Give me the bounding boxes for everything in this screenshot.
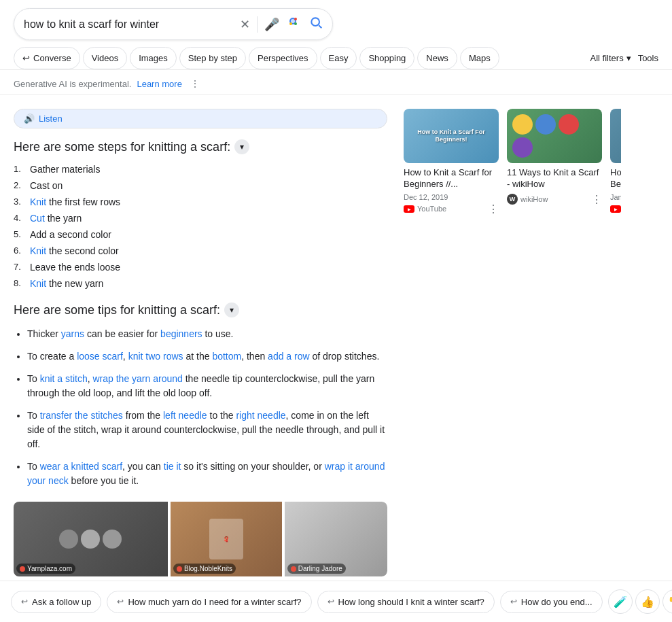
tip-item-3: To knit a stitch, wrap the yarn around t… — [27, 372, 387, 400]
step-link-8[interactable]: Knit — [30, 278, 46, 289]
video-more-2[interactable]: ⋮ — [591, 193, 602, 206]
tip-link-leftneedle[interactable]: left needle — [163, 410, 207, 421]
tab-maps[interactable]: Maps — [460, 47, 499, 69]
tip-link-knit2[interactable]: knit two rows — [128, 351, 183, 362]
tip-link-wear[interactable]: wear a knitted scarf — [40, 461, 122, 472]
steps-collapse-button[interactable]: ▾ — [234, 139, 249, 154]
youtube-icon-1 — [404, 205, 414, 213]
tip-link-wrap[interactable]: wrap the yarn around — [93, 373, 183, 384]
video-card-1[interactable]: How to Knit a Scarf For Beginners! How t… — [404, 109, 499, 215]
steps-title: Here are some steps for knitting a scarf… — [14, 139, 387, 154]
video-card-3[interactable]: OW TO KNIT A SCARF How to Knit a Scarf f… — [610, 109, 621, 215]
tab-shopping-label: Shopping — [368, 53, 406, 63]
chevron-down-icon: ▾ — [626, 53, 631, 63]
speaker-icon: 🔊 — [24, 114, 35, 124]
wikihow-icon: W — [507, 194, 518, 205]
video-title-2: 11 Ways to Knit a Scarf - wikiHow — [507, 167, 602, 190]
tab-perspectives-label: Perspectives — [258, 53, 308, 63]
tip-link-loose[interactable]: loose scarf — [77, 351, 123, 362]
left-column: 🔊 Listen Here are some steps for knittin… — [14, 109, 387, 576]
step-item-3: 3. Knit the first few rows — [14, 196, 387, 207]
step-text-5: Add a second color — [30, 229, 111, 240]
step-item-2: 2. Cast on — [14, 180, 387, 191]
tab-stepbystep[interactable]: Step by step — [179, 47, 246, 69]
thumbs-down-button[interactable]: 👎 — [662, 589, 672, 590]
video-meta-3: Jan 4, 2022 — [610, 193, 621, 201]
tip-link-tie[interactable]: tie it — [164, 461, 181, 472]
bottom-image-nobleknits[interactable]: 🧣 Blog.NobleKnits — [171, 502, 282, 576]
tip-link-transfer[interactable]: transfer the stitches — [40, 410, 123, 421]
video-meta-1: Dec 12, 2019 — [404, 193, 499, 201]
learn-more-link[interactable]: Learn more — [137, 79, 181, 89]
tab-videos[interactable]: Videos — [83, 47, 128, 69]
search-box: ✕ 🎤 — [14, 8, 333, 40]
video-source-label-1: YouTube — [417, 205, 446, 213]
all-filters-button[interactable]: All filters ▾ — [590, 53, 631, 63]
step-text-8: Knit the new yarn — [30, 278, 103, 289]
tab-images-label: Images — [139, 53, 168, 63]
divider — [257, 16, 258, 33]
video-title-1: How to Knit a Scarf for Beginners //... — [404, 167, 499, 190]
clear-icon[interactable]: ✕ — [240, 17, 250, 32]
step-link-6[interactable]: Knit — [30, 245, 46, 256]
svg-point-3 — [289, 22, 292, 25]
step-text-3: Knit the first few rows — [30, 196, 120, 207]
tips-collapse-button[interactable]: ▾ — [224, 303, 239, 317]
listen-button[interactable]: 🔊 Listen — [14, 109, 387, 128]
tips-title-text: Here are some tips for knitting a scarf: — [14, 303, 220, 317]
tab-easy-label: Easy — [329, 53, 349, 63]
step-num-7: 7. — [14, 262, 27, 272]
google-lens-icon[interactable] — [286, 14, 302, 34]
mic-icon[interactable]: 🎤 — [264, 17, 279, 32]
steps-list: 1. Gather materials 2. Cast on 3. Knit t… — [14, 164, 387, 289]
bottom-images: Yarnplaza.com 🧣 Blog.NobleKnits Darling … — [14, 502, 387, 576]
step-text-7: Leave the ends loose — [30, 262, 120, 273]
tip-link-knitstitch[interactable]: knit a stitch — [40, 373, 88, 384]
tab-shopping[interactable]: Shopping — [359, 47, 414, 69]
search-input[interactable] — [24, 18, 240, 31]
yarn-ball-red — [559, 114, 579, 135]
tools-button[interactable]: Tools — [638, 53, 658, 63]
ai-label: Generative AI is experimental. — [14, 79, 131, 89]
video-source-3: YouTube ⋮ — [610, 203, 621, 215]
bottom-image-darling-label: Darling Jadore — [287, 564, 346, 574]
step-item-6: 6. Knit the second color — [14, 245, 387, 256]
right-column: How to Knit a Scarf For Beginners! How t… — [404, 109, 621, 576]
step-num-2: 2. — [14, 180, 27, 190]
ai-bar: Generative AI is experimental. Learn mor… — [0, 70, 672, 95]
tip-link-bottom[interactable]: bottom — [212, 351, 241, 362]
source-dot — [291, 566, 296, 572]
all-filters-label: All filters — [590, 53, 624, 63]
search-icons: ✕ 🎤 — [240, 14, 323, 34]
thumbs-up-button[interactable]: 👍 — [635, 589, 660, 590]
tip-link-yarns[interactable]: yarns — [61, 328, 84, 339]
tab-stepbystep-label: Step by step — [188, 53, 237, 63]
video-card-2[interactable]: 11 Ways to Knit a Scarf - wikiHow W wiki… — [507, 109, 602, 215]
tip-link-add[interactable]: add a row — [268, 351, 309, 362]
search-row: ✕ 🎤 — [14, 8, 658, 40]
more-options-icon[interactable]: ⋮ — [190, 78, 200, 89]
yarn-ball-yellow — [512, 114, 533, 135]
step-link-3[interactable]: Knit — [30, 196, 46, 207]
tip-link-beginners[interactable]: beginners — [160, 328, 202, 339]
tab-images[interactable]: Images — [130, 47, 177, 69]
tip-link-rightneedle[interactable]: right needle — [236, 410, 285, 421]
step-item-8: 8. Knit the new yarn — [14, 278, 387, 289]
listen-label: Listen — [39, 114, 63, 124]
bottom-image-nobleknits-label: Blog.NobleKnits — [173, 564, 236, 574]
step-text-2: Cast on — [30, 180, 63, 191]
step-link-4a[interactable]: Cut — [30, 213, 45, 224]
step-text-1: Gather materials — [30, 164, 100, 175]
step-num-5: 5. — [14, 229, 27, 239]
tab-news[interactable]: News — [417, 47, 457, 69]
flask-button[interactable]: 🧪 — [608, 589, 633, 590]
tab-converse-label: Converse — [33, 53, 71, 63]
tab-converse[interactable]: ↩ Converse — [14, 47, 80, 69]
bottom-image-yarnplaza[interactable]: Yarnplaza.com — [14, 502, 168, 576]
search-button[interactable] — [309, 16, 323, 33]
tab-easy[interactable]: Easy — [320, 47, 357, 69]
bottom-image-yarnplaza-label: Yarnplaza.com — [16, 564, 75, 574]
video-more-1[interactable]: ⋮ — [488, 203, 499, 215]
tab-perspectives[interactable]: Perspectives — [249, 47, 317, 69]
bottom-image-darling[interactable]: Darling Jadore — [285, 502, 387, 576]
